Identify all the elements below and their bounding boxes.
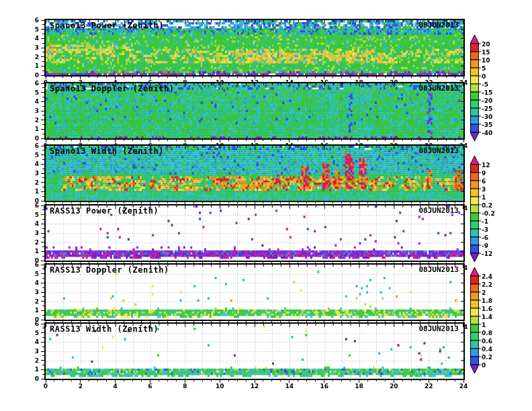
colorbar-segment — [471, 229, 479, 237]
colorbar-tick-label: 12 — [482, 162, 490, 169]
colorbar-tick-label: -3 — [482, 226, 488, 233]
x-tick — [411, 380, 412, 381]
colorbar-tick-label: 9 — [482, 170, 486, 177]
x-tick-label: 24 — [457, 383, 470, 390]
profiler-figure: Spano13 Power (Zenith)08JUN2013024681012… — [0, 0, 532, 411]
y-tick — [41, 379, 44, 379]
colorbar-tick-label: 20 — [482, 41, 490, 48]
x-tick — [237, 202, 238, 203]
x-tick — [350, 202, 351, 203]
x-tick — [350, 380, 351, 381]
y-tick — [42, 237, 44, 238]
colorbar-segment — [471, 308, 479, 316]
colorbar-tick-label: 1 — [482, 194, 486, 201]
y-tick — [42, 347, 44, 347]
x-tick — [62, 77, 63, 78]
colorbar-segment — [471, 213, 479, 221]
y-tick-label: 1 — [30, 188, 39, 195]
x-tick — [367, 140, 368, 141]
x-tick — [237, 77, 238, 78]
x-tick — [176, 380, 177, 381]
colorbar-tick-label: 0 — [482, 73, 486, 80]
x-tick — [376, 202, 377, 203]
y-tick — [41, 265, 44, 265]
colorbar-tick-label: 6 — [482, 178, 486, 185]
x-tick — [167, 140, 168, 141]
panel-title: Spano13 Width (Zenith) — [50, 146, 164, 156]
x-tick — [246, 77, 247, 78]
colorbar-segment — [471, 76, 479, 84]
x-tick — [89, 140, 89, 141]
y-tick — [41, 138, 44, 139]
x-tick — [315, 140, 316, 141]
y-tick — [42, 187, 44, 187]
y-tick-label: 3 — [30, 170, 39, 177]
y-tick-label: 5 — [30, 271, 39, 277]
y-tick — [41, 92, 44, 93]
y-tick — [41, 301, 44, 302]
y-tick-label: 6 — [30, 80, 39, 87]
y-tick — [42, 296, 44, 297]
x-tick — [124, 140, 124, 141]
y-tick-label: 3 — [30, 107, 39, 114]
colorbar-segment — [471, 68, 479, 76]
colorbar-segment — [471, 340, 479, 349]
colorbar-tick-label: 0 — [482, 362, 486, 369]
date-label: 08JUN2013 — [418, 84, 459, 93]
y-tick-label: 6 — [30, 202, 39, 209]
colorbar-segment — [471, 108, 479, 116]
colorbar-tick-label: -6 — [482, 234, 488, 241]
x-tick — [246, 202, 247, 203]
y-tick — [42, 328, 44, 328]
x-tick-label: 14 — [283, 383, 296, 390]
y-tick — [41, 20, 44, 21]
colorbar-tick-label: 1 — [482, 322, 486, 328]
colorbar-tick-label: 10 — [482, 57, 490, 64]
y-tick-label: 3 — [30, 289, 39, 295]
colorbar-tick-label: 5 — [482, 65, 486, 72]
x-tick — [89, 77, 89, 78]
y-tick-label: 4 — [30, 279, 39, 286]
colorbar-tick-label: -15 — [482, 89, 492, 96]
colorbar-segment — [471, 324, 479, 332]
colorbar-segment — [471, 276, 479, 284]
x-tick — [420, 140, 420, 141]
x-tick — [228, 77, 229, 78]
x-tick-label: 20 — [388, 383, 400, 390]
x-tick — [306, 380, 307, 381]
colorbar-tick-label: 0.4 — [482, 346, 492, 353]
colorbar-arrow-top — [470, 156, 479, 165]
x-tick — [455, 380, 455, 381]
x-tick — [437, 380, 438, 381]
panel-spano13-power: Spano13 Power (Zenith)08JUN2013 — [44, 19, 465, 77]
x-tick — [376, 140, 377, 141]
y-tick — [41, 173, 44, 174]
x-tick — [446, 380, 447, 381]
x-tick — [315, 202, 316, 203]
colorbar-arrow-bottom — [470, 365, 479, 373]
x-tick — [124, 77, 124, 78]
x-tick — [89, 380, 89, 381]
y-tick-label: 2 — [30, 179, 39, 186]
x-tick — [411, 77, 412, 78]
x-tick — [159, 202, 159, 203]
colorbar-tick-label: -25 — [482, 105, 492, 112]
x-tick-label: 2 — [75, 383, 87, 390]
y-tick-label: 2 — [30, 117, 39, 124]
x-tick — [411, 202, 412, 203]
x-tick — [54, 77, 54, 78]
y-tick — [41, 182, 44, 183]
y-tick — [41, 48, 44, 48]
x-tick — [141, 77, 142, 78]
y-tick — [41, 369, 44, 370]
colorbar-segment — [471, 44, 479, 52]
colorbar-segment — [471, 116, 479, 124]
x-tick — [141, 380, 142, 381]
x-tick — [350, 140, 351, 141]
x-tick — [367, 202, 368, 203]
x-tick-label: 12 — [249, 383, 261, 390]
y-tick — [42, 210, 44, 210]
x-tick — [228, 380, 229, 381]
y-tick-label: 3 — [30, 348, 39, 355]
x-tick — [202, 380, 203, 381]
